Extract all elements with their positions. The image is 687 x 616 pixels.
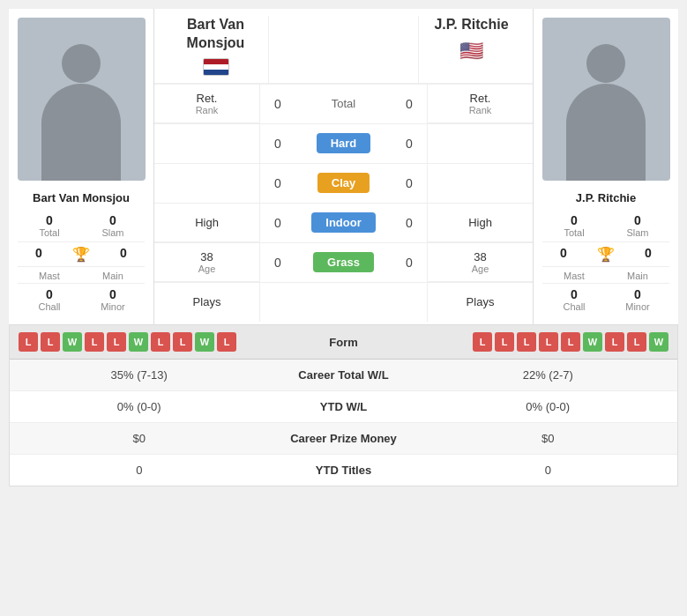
left-form-badge-3: W (63, 332, 82, 352)
left-mast-stat: 0 (21, 246, 56, 263)
left-slam-stat: 0 Slam (95, 213, 131, 238)
left-name-display: Bart VanMonsjou (163, 16, 268, 53)
left-mast-value: 0 (35, 246, 42, 260)
right-minor-stat: 0 Minor (620, 287, 655, 312)
bottom-section: L L W L L W L L W L Form L L L L L W L L (9, 324, 678, 486)
right-stats-row1: 0 Total 0 Slam (542, 210, 669, 242)
left-stats-row3: 0 Chall 0 Minor (18, 284, 145, 315)
left-plays-value: Plays (193, 295, 221, 308)
left-form-badge-5: L (107, 332, 126, 352)
right-slam-value: 0 (634, 213, 641, 227)
right-form-badge-8: L (627, 332, 646, 352)
left-high-cell: High (154, 204, 259, 242)
left-player-photo (18, 18, 146, 181)
right-stats-row2: 0 🏆 0 (542, 242, 669, 267)
ytd-wl-label: YTD W/L (256, 400, 432, 413)
ytd-titles-label: YTD Titles (256, 464, 432, 477)
ytd-titles-row: 0 YTD Titles 0 (10, 455, 677, 486)
left-mast-label-item: Mast (32, 271, 67, 281)
left-info-panel-total: Ret. Rank (154, 85, 260, 123)
indoor-center: Indoor (295, 209, 392, 236)
clay-center: Clay (295, 169, 392, 197)
right-player-card: J.P. Ritchie 0 Total 0 Slam 0 (533, 9, 678, 324)
prize-money-left: $0 (23, 432, 256, 445)
left-silhouette-head (62, 44, 101, 83)
hard-row: 0 Hard 0 (154, 123, 533, 163)
right-total-label: Total (564, 227, 584, 238)
left-flag-container (163, 58, 268, 76)
right-trophy-icon-item: 🏆 (588, 246, 624, 263)
clay-badge: Clay (317, 173, 370, 193)
right-clay-cell (428, 164, 533, 203)
left-hard-cell (154, 124, 259, 163)
right-slam-label: Slam (626, 227, 648, 238)
right-form-badge-1: L (473, 332, 492, 352)
left-total-label: Total (39, 227, 59, 238)
left-flag (203, 58, 229, 76)
right-name-display: J.P. Ritchie (419, 16, 524, 34)
left-age-label: Age (198, 263, 216, 274)
left-rank-label: Rank (196, 105, 219, 115)
prize-money-label: Career Prize Money (256, 432, 432, 445)
right-hard-cell (428, 124, 533, 163)
left-main-label: Main (102, 271, 123, 281)
left-info-panel-high: High (154, 204, 260, 242)
left-info-panel-plays: Plays (154, 283, 260, 322)
left-form-badges: L L W L L W L L W L (19, 332, 291, 352)
total-center: Total (295, 93, 392, 114)
right-form-badge-9: W (649, 332, 668, 352)
right-rank-value: Ret. (470, 92, 491, 105)
hard-badge: Hard (317, 133, 371, 153)
left-minor-stat: 0 Minor (95, 287, 131, 312)
left-slam-label: Slam (101, 227, 123, 238)
form-row: L L W L L W L L W L Form L L L L L W L L (10, 325, 677, 360)
center-hard-panel: 0 Hard 0 (260, 124, 427, 163)
flag-nl-blue (204, 70, 228, 75)
left-info-panel-clay (154, 164, 260, 203)
right-form-badge-5: L (561, 332, 580, 352)
left-player-card: Bart Van Monsjou 0 Total 0 Slam 0 (9, 9, 154, 324)
left-form-badge-4: L (85, 332, 104, 352)
left-minor-label: Minor (101, 301, 125, 312)
ytd-titles-right: 0 (432, 464, 665, 477)
right-minor-label: Minor (625, 301, 650, 312)
middle-column: Bart VanMonsjou J.P. Ritchie 🇺🇸 (154, 9, 533, 324)
indoor-left-val: 0 (260, 212, 295, 234)
left-info-panel-hard (154, 124, 260, 163)
left-name-header: Bart VanMonsjou (163, 16, 269, 83)
left-minor-value: 0 (109, 287, 116, 301)
right-info-panel-high: High (427, 204, 533, 242)
right-info-panel-age: 38 Age (427, 243, 533, 282)
right-form-badges: L L L L L W L L W (397, 332, 669, 352)
left-main-stat: 0 (106, 246, 141, 263)
clay-right-val: 0 (392, 173, 427, 194)
grass-right-val: 0 (392, 252, 427, 273)
indoor-right-val: 0 (392, 212, 427, 234)
ytd-wl-row: 0% (0-0) YTD W/L 0% (0-0) (10, 391, 677, 423)
right-chall-stat: 0 Chall (556, 287, 592, 312)
main-container: Bart Van Monsjou 0 Total 0 Slam 0 (0, 0, 687, 495)
left-mast-label: Mast (39, 271, 60, 281)
clay-left-val: 0 (260, 173, 295, 194)
left-clay-cell (154, 164, 259, 203)
right-form-badge-7: L (605, 332, 624, 352)
indoor-badge: Indoor (311, 212, 375, 233)
center-spacer-top (269, 16, 418, 83)
right-flag-container: 🇺🇸 (419, 40, 524, 63)
left-chall-label: Chall (38, 301, 60, 312)
left-form-badge-1: L (19, 332, 38, 352)
left-silhouette-body (41, 84, 121, 181)
left-chall-value: 0 (46, 287, 53, 301)
right-plays-cell: Plays (428, 283, 533, 322)
right-player-name: J.P. Ritchie (576, 191, 636, 204)
right-slam-stat: 0 Slam (620, 213, 655, 238)
right-silhouette-body (566, 84, 646, 181)
grass-left-val: 0 (260, 252, 295, 273)
center-plays-panel (260, 283, 427, 322)
left-trophy-icon: 🏆 (72, 246, 90, 263)
prize-money-row: $0 Career Prize Money $0 (10, 423, 677, 455)
right-mast-value: 0 (560, 246, 567, 260)
right-name-header: J.P. Ritchie 🇺🇸 (418, 16, 524, 83)
total-right-val: 0 (392, 93, 427, 115)
total-label: Total (332, 97, 355, 110)
